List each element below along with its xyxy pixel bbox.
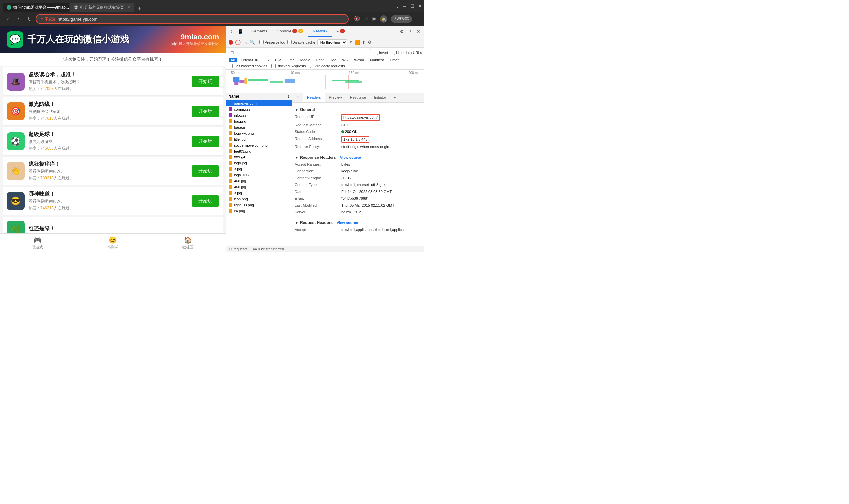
request-headers-section-header[interactable]: ▼ Request Headers View source: [295, 218, 422, 227]
file-item[interactable]: logo-wx.png: [226, 130, 292, 136]
play-button[interactable]: 开始玩: [192, 165, 219, 177]
play-button[interactable]: 开始玩: [192, 106, 219, 117]
file-item[interactable]: feet03.png: [226, 148, 292, 154]
details-tab-more[interactable]: ▸: [390, 93, 400, 103]
maximize-icon[interactable]: ☐: [410, 4, 414, 8]
sort-icon[interactable]: ↕: [287, 94, 289, 99]
back-button[interactable]: ‹: [4, 16, 12, 22]
file-item[interactable]: title.jpg: [226, 136, 292, 142]
file-item[interactable]: logo.jpg: [226, 160, 292, 166]
file-item[interactable]: icon.png: [226, 196, 292, 202]
filter-tag-img[interactable]: Img: [286, 58, 297, 62]
detail-value[interactable]: https://game.yjs.com/: [341, 114, 380, 121]
nav-item[interactable]: 😊 小测试: [75, 234, 150, 252]
response-headers-section-header[interactable]: ▼ Response Headers View source: [295, 153, 422, 161]
more-icon[interactable]: ⋮: [415, 15, 420, 22]
play-button[interactable]: 开始玩: [192, 136, 219, 147]
details-tab-response[interactable]: Response: [346, 93, 371, 103]
tab-active[interactable]: 🌐 微信html5游戏平台——9miao... ✕: [3, 3, 69, 12]
nav-item[interactable]: 🏠 微社区: [150, 234, 225, 252]
details-close-btn[interactable]: ✕: [292, 93, 303, 103]
sidebar-icon[interactable]: ▣: [372, 15, 377, 22]
file-item[interactable]: 003.gif: [226, 154, 292, 160]
details-tab-headers[interactable]: Headers: [303, 93, 325, 103]
detail-value[interactable]: 172.16.1.5:443: [341, 136, 369, 143]
file-type-dot: [229, 191, 233, 195]
filter-tag-all[interactable]: All: [229, 58, 237, 62]
cursor-tool-icon[interactable]: ⊹: [229, 28, 235, 35]
minimize-icon[interactable]: ─: [403, 4, 406, 8]
filter-tag-js[interactable]: JS: [262, 58, 271, 62]
settings-icon[interactable]: ⚙: [398, 28, 405, 35]
filter-tag-media[interactable]: Media: [298, 58, 313, 62]
filter-tag-ws[interactable]: WS: [340, 58, 350, 62]
filter-tag-css[interactable]: CSS: [273, 58, 285, 62]
filter-tag-font[interactable]: Font: [314, 58, 326, 62]
file-item[interactable]: comm.css: [226, 106, 292, 112]
hide-data-urls-checkbox[interactable]: Hide data URLs: [391, 51, 422, 55]
tab-elements[interactable]: Elements: [246, 26, 272, 37]
play-button[interactable]: 开始玩: [192, 195, 219, 206]
file-item[interactable]: light103.png: [226, 202, 292, 208]
new-tab-button[interactable]: +: [135, 5, 144, 12]
request-view-source[interactable]: View source: [337, 221, 358, 225]
file-item[interactable]: 460.jpg: [226, 178, 292, 184]
file-item[interactable]: game.yjs.com: [226, 101, 292, 106]
upload-icon[interactable]: ⬆: [362, 40, 366, 45]
refresh-button[interactable]: ↻: [25, 16, 33, 22]
file-item[interactable]: 3.jpg: [226, 190, 292, 196]
file-name: 460.jpg: [234, 185, 246, 189]
filter-tag-doc[interactable]: Doc: [327, 58, 339, 62]
star-icon[interactable]: ☆: [364, 15, 368, 22]
settings2-icon[interactable]: ⚙: [368, 40, 372, 45]
game-heat: 热度：747018人在玩过。: [29, 116, 188, 121]
search-icon[interactable]: 🔍: [250, 40, 255, 45]
forward-button[interactable]: ›: [15, 16, 22, 22]
clear-button[interactable]: 🚫: [235, 40, 241, 45]
nav-item[interactable]: 🎮 玩游戏: [0, 234, 75, 252]
throttle-select[interactable]: No throttling: [318, 39, 347, 46]
filter-tag-other[interactable]: Other: [387, 58, 401, 62]
file-item[interactable]: info.css: [226, 112, 292, 119]
file-item[interactable]: base.js: [226, 124, 292, 130]
details-tab-initiator[interactable]: Initiator: [370, 93, 390, 103]
incognito-avatar[interactable]: 🕵: [380, 15, 387, 22]
filter-tag-manifest[interactable]: Manifest: [368, 58, 386, 62]
file-item[interactable]: c4.png: [226, 208, 292, 214]
file-item[interactable]: tou.png: [226, 119, 292, 124]
filter-tag-fetch/xhr[interactable]: Fetch/XHR: [238, 58, 261, 62]
devtools-more-icon[interactable]: ⋮: [407, 28, 414, 35]
invert-checkbox[interactable]: Invert: [374, 51, 389, 55]
tab-network[interactable]: Network: [308, 26, 332, 37]
chevron-down-icon[interactable]: ⌄: [396, 4, 399, 8]
devtools-close-icon[interactable]: ✕: [415, 28, 422, 35]
preserve-log-checkbox[interactable]: Preserve log: [259, 40, 285, 44]
general-section-header[interactable]: ▼ General: [295, 105, 422, 113]
tab-incognito[interactable]: 👻 打开新的无痕模式标签页 ✕: [70, 3, 134, 12]
camera-off-icon[interactable]: 📵: [354, 15, 361, 22]
file-item[interactable]: 3.jpg: [226, 166, 292, 172]
file-item[interactable]: 460.jpg: [226, 184, 292, 190]
checkbox-has-blocked-cookies[interactable]: Has blocked cookies: [229, 64, 267, 68]
play-button[interactable]: 开始玩: [192, 76, 219, 87]
tab-more[interactable]: ▸ 2: [332, 26, 349, 37]
details-tab-preview[interactable]: Preview: [325, 93, 346, 103]
filter-input[interactable]: [229, 49, 371, 56]
file-item[interactable]: soccermoveicon.png: [226, 142, 292, 148]
tab-close-2[interactable]: ✕: [127, 5, 130, 10]
close-icon[interactable]: ✕: [418, 4, 422, 8]
address-input[interactable]: https://game.yjs.com: [58, 17, 344, 21]
game-icon: 🌿: [7, 220, 24, 233]
file-type-dot: [229, 203, 233, 207]
filter-tag-wasm[interactable]: Wasm: [351, 58, 366, 62]
disable-cache-checkbox[interactable]: Disable cache: [287, 40, 315, 44]
response-view-source[interactable]: View source: [340, 156, 361, 160]
checkbox-blocked-requests[interactable]: Blocked Requests: [271, 64, 306, 68]
device-tool-icon[interactable]: 📱: [236, 28, 245, 35]
file-item[interactable]: logo.JPG: [226, 172, 292, 178]
file-name: 003.gif: [234, 155, 245, 159]
filter-icon[interactable]: ⬦: [245, 40, 248, 45]
tab-console[interactable]: Console 6 2: [272, 26, 308, 37]
record-button[interactable]: [229, 40, 233, 45]
checkbox-3rd-party-requests[interactable]: 3rd-party requests: [310, 64, 345, 68]
